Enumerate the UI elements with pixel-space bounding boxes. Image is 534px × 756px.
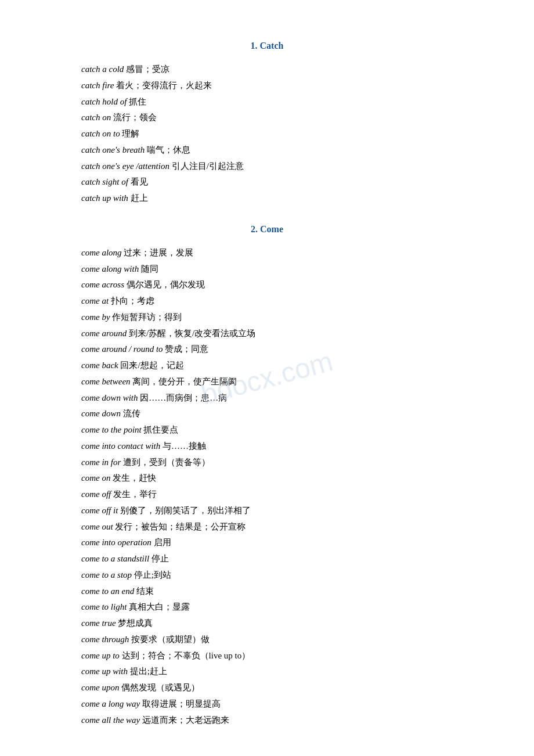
translation-text: 偶尔遇见，偶尔发现 [127,280,205,289]
phrase-text: come to the point [81,425,142,434]
list-item: catch a cold 感冒；受凉 [81,62,453,78]
list-item: come to an end 结束 [81,584,453,600]
translation-text: 遭到，受到（责备等） [123,458,210,467]
phrase-text: come around [81,329,127,338]
phrase-text: come back [81,361,118,370]
list-item: come all the way 远道而来；大老远跑来 [81,712,453,729]
list-item: come at 扑向；考虑 [81,293,453,309]
list-item: come up to 达到；符合；不辜负（live up to） [81,648,453,664]
list-item: come down with 因……而病倒；患…病 [81,390,453,406]
translation-text: 取得进展；明显提高 [142,699,221,708]
translation-text: 别傻了，别闹笑话了，别出洋相了 [120,506,251,515]
translation-text: 结束 [136,586,154,596]
translation-text: 与……接触 [163,441,206,451]
list-item: come on 发生，赶快 [81,470,453,487]
list-item: catch one's breath 喘气；休息 [81,142,453,159]
phrase-text: come off it [81,506,118,515]
list-item: catch up with 赶上 [81,190,453,207]
translation-text: 感冒；受凉 [126,64,169,74]
list-item: catch one's eye /attention 引人注目/引起注意 [81,159,453,175]
translation-text: 启用 [154,538,171,547]
phrase-text: come out [81,522,113,531]
translation-text: 按要求（或期望）做 [131,635,210,644]
translation-text: 停止;到站 [134,570,171,579]
phrase-text: come up to [81,651,120,660]
phrase-text: come along [81,248,122,257]
translation-text: 引人注目/引起注意 [172,161,244,171]
list-item: come to light 真相大白；显露 [81,599,453,615]
list-item: come along with 随同 [81,261,453,278]
translation-text: 离间，使分开，使产生隔阂 [132,377,237,386]
phrase-text: come to an end [81,586,134,596]
translation-text: 看见 [131,177,148,186]
phrase-text: catch up with [81,193,128,203]
phrase-text: come through [81,635,129,644]
list-item: come back 回来/想起，记起 [81,358,453,374]
translation-text: 流传 [123,409,140,418]
phrase-text: come all the way [81,715,140,725]
translation-text: 发生，举行 [113,489,157,499]
phrase-text: come along with [81,264,139,273]
list-item: come across 偶尔遇见，偶尔发现 [81,277,453,293]
list-item: catch on to 理解 [81,126,453,142]
phrase-text: come into contact with [81,441,160,451]
translation-text: 作短暂拜访；得到 [112,312,182,322]
phrase-text: catch fire [81,81,114,90]
list-item: catch fire 着火；变得流行，火起来 [81,78,453,94]
translation-text: 赶上 [131,193,148,203]
phrase-text: come at [81,296,109,305]
list-item: come along 过来；进展，发展 [81,245,453,261]
phrase-text: catch on [81,113,111,122]
phrase-text: come between [81,377,131,386]
phrase-text: catch on to [81,129,120,138]
list-item: come out 发行；被告知；结果是；公开宣称 [81,519,453,535]
translation-text: 发行；被告知；结果是；公开宣称 [115,522,246,531]
translation-text: 抓住 [129,97,146,106]
translation-text: 远道而来；大老远跑来 [142,715,229,725]
translation-text: 因……而病倒；患…病 [140,393,227,402]
list-item: catch sight of 看见 [81,174,453,190]
list-item: catch on 流行；领会 [81,110,453,126]
phrase-text: catch a cold [81,64,124,74]
translation-text: 随同 [141,264,158,273]
translation-text: 着火；变得流行，火起来 [116,81,212,90]
list-item: come to the point 抓住要点 [81,422,453,438]
translation-text: 达到；符合；不辜负（live up to） [122,651,251,660]
phrase-text: catch hold of [81,97,127,106]
phrase-text: come by [81,312,110,322]
translation-text: 扑向；考虑 [111,296,154,305]
list-item: come a long way 取得进展；明显提高 [81,696,453,712]
section-title-come: 2. Come [81,224,453,235]
section-title-catch: 1. Catch [81,41,453,51]
phrase-text: come up with [81,667,128,676]
list-item: come around / round to 赞成；同意 [81,341,453,358]
list-item: come up with 提出;赶上 [81,664,453,680]
phrase-text: come true [81,618,116,628]
translation-text: 流行；领会 [113,113,157,122]
list-item: come by 作短暂拜访；得到 [81,309,453,326]
translation-text: 回来/想起，记起 [120,361,183,370]
phrase-text: catch sight of [81,177,128,186]
phrase-text: come on [81,473,110,483]
translation-text: 赞成；同意 [165,344,208,354]
phrase-text: come to a standstill [81,554,149,563]
list-item: come down 流传 [81,406,453,422]
phrase-text: come into operation [81,538,151,547]
list-item: catch hold of 抓住 [81,94,453,110]
translation-text: 停止 [151,554,169,563]
translation-text: 喘气；休息 [147,145,190,154]
list-item: come into operation 启用 [81,535,453,551]
list-item: come to a standstill 停止 [81,551,453,567]
phrase-text: come off [81,489,111,499]
list-item: come through 按要求（或期望）做 [81,632,453,648]
translation-text: 真相大白；显露 [129,602,190,611]
phrase-text: catch one's eye /attention [81,161,169,171]
list-item: come between 离间，使分开，使产生隔阂 [81,374,453,390]
translation-text: 抓住要点 [143,425,178,434]
list-item: come off it 别傻了，别闹笑话了，别出洋相了 [81,503,453,519]
phrase-text: come upon [81,683,119,692]
list-item: come upon 偶然发现（或遇见） [81,680,453,696]
translation-text: 理解 [122,129,139,138]
list-item: come in for 遭到，受到（责备等） [81,455,453,471]
phrase-text: come in for [81,458,121,467]
